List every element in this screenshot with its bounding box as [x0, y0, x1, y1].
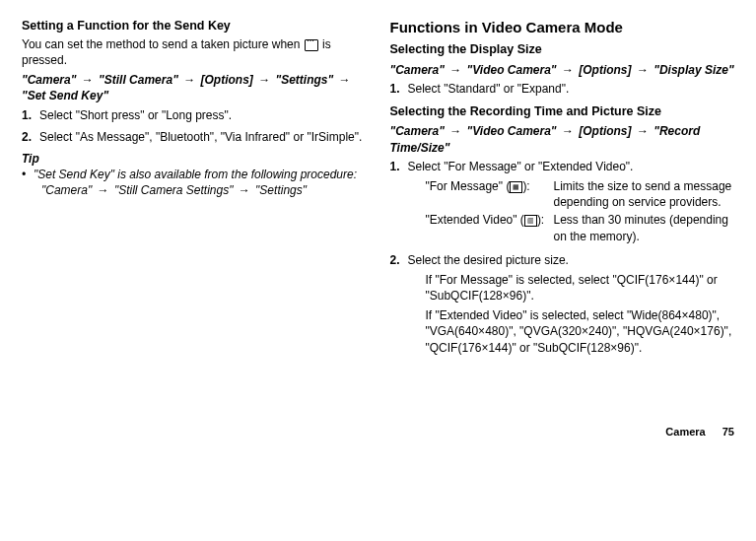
right-title: Functions in Video Camera Mode — [390, 18, 735, 37]
left-steps: 1. Select "Short press" or "Long press".… — [22, 107, 367, 145]
tip-path: "Camera" → "Still Camera Settings" → "Se… — [41, 182, 367, 198]
path-seg: "Settings" — [255, 183, 307, 197]
section-heading: Selecting the Recording Time and Picture… — [390, 103, 735, 120]
step-detail: If "Extended Video" is selected, select … — [426, 307, 735, 356]
step-item: 1. Select "Standard" or "Expand". — [390, 81, 735, 97]
step-number: 2. — [22, 129, 39, 145]
section1-steps: 1. Select "Standard" or "Expand". — [390, 81, 735, 97]
path-seg: "Video Camera" — [467, 124, 557, 138]
footer-page-number: 75 — [722, 426, 734, 438]
send-key-icon — [305, 39, 318, 51]
path-seg: [Options] — [579, 124, 631, 138]
step-text: Select "Short press" or "Long press". — [39, 107, 367, 123]
path-seg: "Video Camera" — [467, 63, 557, 77]
step-number: 2. — [390, 252, 408, 360]
intro-text-a: You can set the method to send a taken p… — [22, 37, 304, 51]
definition-row: "For Message" (▦): Limits the size to se… — [426, 178, 735, 210]
arrow-icon: → — [178, 73, 201, 87]
path-seg: "Camera" — [390, 63, 445, 77]
page-columns: Setting a Function for the Send Key You … — [22, 18, 734, 366]
step-number: 1. — [22, 107, 39, 123]
footer-section: Camera — [665, 426, 705, 438]
step-item: 1. Select "For Message" or "Extended Vid… — [390, 159, 735, 246]
arrow-icon: → — [632, 63, 654, 77]
path-seg: [Options] — [201, 73, 253, 87]
arrow-icon: → — [253, 73, 276, 87]
section2-steps: 1. Select "For Message" or "Extended Vid… — [390, 159, 735, 360]
term-text-b: ): — [522, 179, 529, 193]
path-seg: "Settings" — [276, 73, 334, 87]
path-seg: "Still Camera Settings" — [114, 183, 234, 197]
right-column: Functions in Video Camera Mode Selecting… — [390, 18, 735, 366]
path-seg: "Still Camera" — [99, 73, 178, 87]
arrow-icon: → — [557, 124, 580, 138]
term-text-a: "Extended Video" ( — [426, 213, 524, 227]
step-item: 2. Select "As Message", "Bluetooth", "Vi… — [22, 129, 367, 145]
definition-term: "For Message" (▦): — [426, 178, 554, 210]
step-number: 1. — [390, 159, 408, 246]
arrow-icon: → — [557, 63, 580, 77]
term-text-a: "For Message" ( — [426, 179, 511, 193]
path-seg: "Camera" — [41, 183, 92, 197]
arrow-icon: → — [76, 73, 99, 87]
definition-term: "Extended Video" (▥): — [426, 212, 554, 243]
tip-body: • "Set Send Key" is also available from … — [22, 167, 367, 182]
bullet-icon: • — [22, 167, 34, 182]
left-column: Setting a Function for the Send Key You … — [22, 18, 367, 366]
path-seg: "Set Send Key" — [22, 89, 108, 102]
step-number: 1. — [390, 81, 408, 97]
extended-video-icon: ▥ — [524, 215, 537, 227]
step-text: Select "As Message", "Bluetooth", "Via I… — [39, 129, 367, 145]
path-seg: "Camera" — [22, 73, 76, 87]
step-text: Select "For Message" or "Extended Video"… — [408, 159, 735, 174]
arrow-icon: → — [445, 63, 467, 77]
path-seg: "Display Size" — [653, 63, 733, 77]
arrow-icon: → — [92, 183, 114, 197]
path-seg: [Options] — [579, 63, 631, 77]
step-text: Select "Standard" or "Expand". — [408, 81, 735, 97]
definition-row: "Extended Video" (▥): Less than 30 minut… — [426, 212, 735, 243]
step-item: 2. Select the desired picture size. If "… — [390, 252, 735, 360]
step-body: Select the desired picture size. If "For… — [408, 252, 735, 360]
arrow-icon: → — [632, 124, 654, 138]
path-seg: "Camera" — [390, 124, 445, 138]
arrow-icon: → — [233, 183, 255, 197]
section-heading: Selecting the Display Size — [390, 41, 735, 58]
message-size-icon: ▦ — [510, 181, 522, 193]
definition-text: Less than 30 minutes (depending on the m… — [554, 212, 735, 243]
term-text-b: ): — [537, 213, 544, 227]
section2-path: "Camera" → "Video Camera" → [Options] → … — [390, 123, 735, 155]
definition-text: Limits the size to send a message depend… — [554, 178, 735, 210]
step-body: Select "For Message" or "Extended Video"… — [408, 159, 735, 246]
tip-text: "Set Send Key" is also available from th… — [34, 167, 357, 182]
step-detail: If "For Message" is selected, select "QC… — [426, 272, 735, 304]
left-intro: You can set the method to send a taken p… — [22, 36, 367, 68]
section1-path: "Camera" → "Video Camera" → [Options] → … — [390, 62, 735, 78]
page-footer: Camera 75 — [22, 425, 734, 440]
left-path: "Camera" → "Still Camera" → [Options] → … — [22, 72, 367, 103]
tip-label: Tip — [22, 151, 367, 167]
arrow-icon: → — [333, 73, 352, 87]
left-heading: Setting a Function for the Send Key — [22, 18, 367, 34]
step-text: Select the desired picture size. — [408, 252, 735, 268]
step-item: 1. Select "Short press" or "Long press". — [22, 107, 367, 123]
arrow-icon: → — [445, 124, 467, 138]
